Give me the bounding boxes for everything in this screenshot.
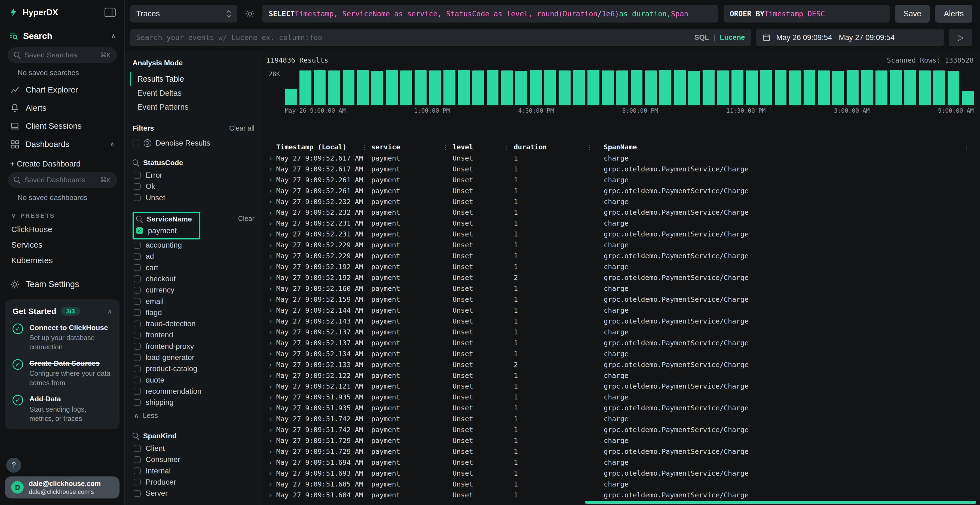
checkbox-icon[interactable] xyxy=(134,287,140,294)
table-row[interactable]: ›May 27 9:09:52.261 AMpaymentUnset1grpc.… xyxy=(266,185,974,196)
table-row[interactable]: ›May 27 9:09:51.693 AMpaymentUnset1grpc.… xyxy=(266,468,974,479)
histogram-bar[interactable] xyxy=(602,70,614,105)
filter-option[interactable]: frontend xyxy=(125,329,262,341)
brand[interactable]: HyperDX xyxy=(9,8,58,17)
histogram-bar[interactable] xyxy=(343,70,355,105)
filter-option[interactable]: ad xyxy=(125,251,262,262)
checkbox-icon[interactable] xyxy=(134,354,140,361)
histogram-bar[interactable] xyxy=(775,70,787,105)
table-row[interactable]: ›May 27 9:09:52.231 AMpaymentUnset1charg… xyxy=(266,218,974,229)
checkbox-icon[interactable] xyxy=(134,456,140,463)
histogram-bar[interactable] xyxy=(530,70,542,105)
table-row[interactable]: ›May 27 9:09:52.159 AMpaymentUnset1grpc.… xyxy=(266,294,974,305)
histogram-bar[interactable] xyxy=(429,70,441,105)
filter-option[interactable]: Unset xyxy=(125,192,262,203)
expand-row-icon[interactable]: › xyxy=(266,327,276,336)
table-row[interactable]: ›May 27 9:09:52.134 AMpaymentUnset1charg… xyxy=(266,348,974,359)
user-menu[interactable]: D dale@clickhouse.com dale@clickhouse.co… xyxy=(5,476,119,499)
histogram-bar[interactable] xyxy=(875,70,888,105)
filter-option[interactable]: email xyxy=(125,296,262,307)
saved-dashboards-input[interactable]: Saved Dashboards ⌘K xyxy=(8,172,117,188)
expand-row-icon[interactable]: › xyxy=(266,262,276,271)
sidebar-item-client-sessions[interactable]: Client Sessions xyxy=(0,117,124,135)
histogram-bar[interactable] xyxy=(933,70,945,105)
expand-row-icon[interactable]: › xyxy=(266,360,276,369)
filter-option[interactable]: Client xyxy=(125,443,262,454)
checkbox-icon[interactable] xyxy=(134,321,140,327)
table-row[interactable]: ›May 27 9:09:52.617 AMpaymentUnset1charg… xyxy=(266,152,974,164)
column-header-level[interactable]: level⋮ xyxy=(452,143,514,151)
histogram-bar[interactable] xyxy=(861,70,873,105)
column-header-service[interactable]: service⋮ xyxy=(371,143,452,151)
collapse-sidebar-icon[interactable] xyxy=(105,8,116,17)
sidebar-item-alerts[interactable]: Alerts xyxy=(0,99,124,117)
order-by-editor[interactable]: ORDER BY Timestamp DESC xyxy=(724,5,890,22)
expand-row-icon[interactable]: › xyxy=(266,219,276,228)
expand-row-icon[interactable]: › xyxy=(266,447,276,456)
filter-option[interactable]: Producer xyxy=(125,476,262,488)
expand-row-icon[interactable]: › xyxy=(266,469,276,478)
query-settings-button[interactable] xyxy=(243,6,258,21)
table-row[interactable]: ›May 27 9:09:52.133 AMpaymentUnset2grpc.… xyxy=(266,359,974,370)
histogram-bar[interactable] xyxy=(631,70,643,105)
checkbox-icon[interactable] xyxy=(134,467,140,474)
checkbox-icon[interactable] xyxy=(134,183,140,190)
sidebar-item-services[interactable]: Services xyxy=(0,237,124,253)
expand-row-icon[interactable]: › xyxy=(266,252,276,260)
help-button[interactable]: ? xyxy=(6,458,21,473)
checkbox-icon[interactable] xyxy=(134,388,140,395)
sql-select-editor[interactable]: SELECT Timestamp, ServiceName as service… xyxy=(262,5,718,22)
histogram-bar[interactable] xyxy=(919,70,931,105)
histogram-bar[interactable] xyxy=(515,71,527,105)
facet-statuscode-header[interactable]: StatusCode xyxy=(125,159,262,170)
table-row[interactable]: ›May 27 9:09:51.742 AMpaymentUnset1grpc.… xyxy=(266,424,974,435)
histogram-bar[interactable] xyxy=(832,71,844,105)
sidebar-item-chart-explorer[interactable]: Chart Explorer xyxy=(0,81,124,99)
sidebar-item-clickhouse[interactable]: ClickHouse xyxy=(0,222,124,237)
table-row[interactable]: ›May 27 9:09:52.229 AMpaymentUnset1grpc.… xyxy=(266,251,974,262)
get-started-header[interactable]: Get Started 3/3 ∧ xyxy=(13,306,112,316)
checkbox-icon[interactable] xyxy=(134,241,140,248)
checkbox-icon[interactable] xyxy=(134,490,140,497)
presets-header[interactable]: ∨ PRESETS xyxy=(0,206,124,222)
filter-option[interactable]: cart xyxy=(125,262,262,273)
expand-row-icon[interactable]: › xyxy=(266,284,276,293)
table-row[interactable]: ›May 27 9:09:52.229 AMpaymentUnset1charg… xyxy=(266,240,974,251)
histogram-bar[interactable] xyxy=(386,70,398,105)
histogram-bar[interactable] xyxy=(472,70,484,105)
checkbox-icon[interactable] xyxy=(134,479,140,485)
filter-option[interactable]: flagd xyxy=(125,307,262,318)
table-row[interactable]: ›May 27 9:09:52.232 AMpaymentUnset1charg… xyxy=(266,196,974,207)
mode-event-deltas[interactable]: Event Deltas xyxy=(130,86,262,100)
table-row[interactable]: ›May 27 9:09:52.121 AMpaymentUnset1grpc.… xyxy=(266,381,974,392)
column-header-spanname[interactable]: SpanName⋮ xyxy=(596,143,974,151)
table-row[interactable]: ›May 27 9:09:51.684 AMpaymentUnset1grpc.… xyxy=(266,489,974,500)
filter-option[interactable]: checkout xyxy=(125,273,262,284)
chevron-up-icon[interactable]: ∧ xyxy=(110,140,115,148)
expand-row-icon[interactable]: › xyxy=(266,176,276,184)
facet-servicename-header[interactable]: ServiceName xyxy=(136,215,192,225)
expand-row-icon[interactable]: › xyxy=(266,426,276,434)
sidebar-item-kubernetes[interactable]: Kubernetes xyxy=(0,253,124,268)
expand-row-icon[interactable]: › xyxy=(266,480,276,488)
histogram-bar[interactable] xyxy=(688,71,700,105)
histogram-bar[interactable] xyxy=(616,70,628,105)
clear-all-button[interactable]: Clear all xyxy=(229,124,255,132)
expand-row-icon[interactable]: › xyxy=(266,197,276,206)
expand-row-icon[interactable]: › xyxy=(266,154,276,162)
expand-row-icon[interactable]: › xyxy=(266,371,276,380)
table-row[interactable]: ›May 27 9:09:51.729 AMpaymentUnset1charg… xyxy=(266,435,974,446)
table-row[interactable]: ›May 27 9:09:52.192 AMpaymentUnset1charg… xyxy=(266,262,974,272)
histogram-bar[interactable] xyxy=(803,70,816,105)
checkbox-icon[interactable] xyxy=(134,445,140,452)
filter-option[interactable]: Internal xyxy=(125,465,262,476)
filter-option[interactable]: Server xyxy=(125,488,262,499)
expand-row-icon[interactable]: › xyxy=(266,165,276,173)
table-row[interactable]: ›May 27 9:09:52.617 AMpaymentUnset1grpc.… xyxy=(266,164,974,175)
table-row[interactable]: ›May 27 9:09:52.143 AMpaymentUnset1grpc.… xyxy=(266,316,974,327)
show-less-button[interactable]: ∧ Less xyxy=(125,408,262,423)
denoise-toggle[interactable]: Denoise Results xyxy=(125,137,262,150)
expand-row-icon[interactable]: › xyxy=(266,404,276,413)
checkbox-icon[interactable] xyxy=(134,298,140,305)
histogram-bar[interactable] xyxy=(299,70,312,105)
